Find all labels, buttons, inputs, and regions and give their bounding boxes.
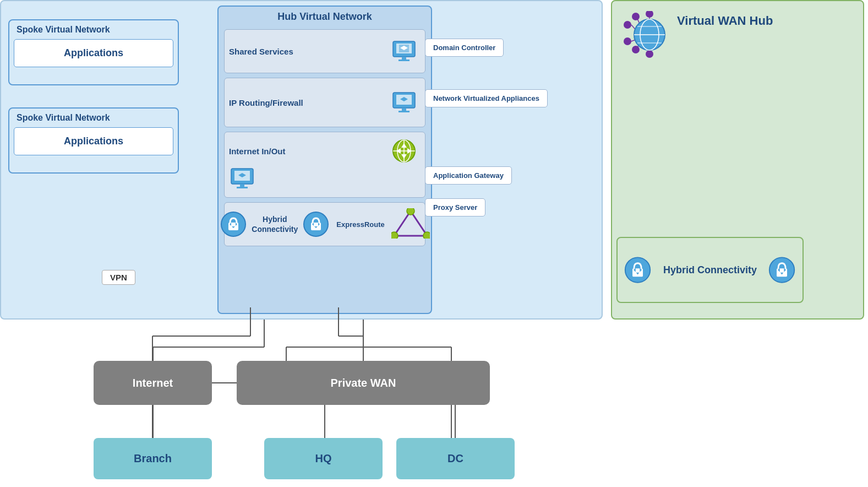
svg-rect-23 [398,59,410,61]
spoke-virtual-network-1: Spoke Virtual Network Applications [8,19,179,85]
branch-box: Branch [94,438,212,479]
hub-vpn-icon [220,210,247,239]
internet-inout-icon [391,138,417,164]
svg-point-56 [423,232,430,239]
hub-virtual-network: Hub Virtual Network Shared Services Doma… [217,6,432,314]
wan-hub-title: Virtual WAN Hub [677,14,773,28]
ip-routing-section: IP Routing/Firewall [224,78,425,127]
app-gateway-box: Application Gateway [425,166,512,185]
hub-expressroute-icon [302,210,330,239]
svg-point-63 [646,50,653,58]
svg-rect-28 [398,111,410,112]
hub-hybrid-connectivity: Hybrid Connectivity ExpressRoute [224,202,425,246]
svg-rect-41 [237,187,248,188]
internet-box: Internet [94,361,212,405]
ip-routing-icon [391,90,417,115]
wan-hub-globe-icon [622,11,672,63]
svg-rect-27 [402,108,406,111]
svg-point-58 [624,21,631,29]
svg-point-60 [632,13,640,20]
expressroute-triangle-icon [391,208,430,241]
svg-rect-22 [402,57,406,59]
wan-hybrid-vpn-icon1 [624,256,652,284]
vpn-label: VPN [102,270,135,285]
proxy-icon [229,166,255,191]
nva-box: Network Virtualized Appliances [425,89,548,107]
shared-services-icon [391,39,417,63]
svg-point-61 [632,46,640,53]
expressroute-label: ExpressRoute [336,219,384,229]
domain-controller-box: Domain Controller [425,39,504,57]
spoke1-apps: Applications [14,39,173,67]
spoke2-apps: Applications [14,127,173,155]
spoke2-title: Spoke Virtual Network [14,113,173,123]
private-wan-box: Private WAN [237,361,490,405]
wan-hybrid-vpn-icon2 [768,256,796,284]
wan-hybrid-label: Hybrid Connectivity [663,264,757,276]
shared-services-section: Shared Services [224,29,425,73]
hub-title: Hub Virtual Network [219,7,431,26]
ip-routing-label: IP Routing/Firewall [229,98,391,107]
svg-point-59 [624,37,631,45]
svg-point-62 [646,11,653,18]
proxy-server-box: Proxy Server [425,198,485,217]
svg-rect-40 [240,184,244,187]
hq-box: HQ [264,438,383,479]
wan-hybrid-connectivity: Hybrid Connectivity [616,237,804,303]
internet-inout-section: Internet In/Out [224,132,425,198]
dc-box: DC [396,438,515,479]
wan-hub-header: Virtual WAN Hub [622,11,773,63]
hub-hybrid-label: Hybrid Connectivity [252,214,298,234]
spoke1-title: Spoke Virtual Network [14,25,173,35]
diagram-container: Spoke Virtual Network Applications Spoke… [0,0,868,487]
spoke-virtual-network-2: Spoke Virtual Network Applications [8,107,179,174]
svg-point-55 [407,208,414,215]
svg-point-57 [391,232,398,239]
internet-inout-label: Internet In/Out [229,147,391,156]
shared-services-label: Shared Services [229,47,391,56]
